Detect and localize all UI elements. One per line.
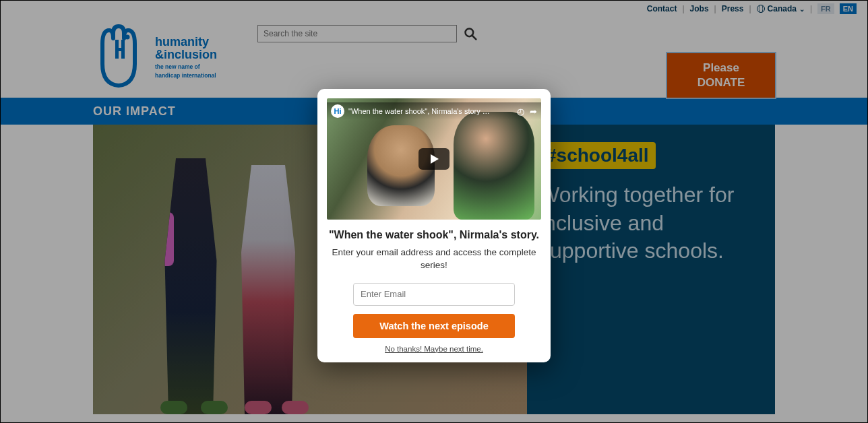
hi-logo-icon: Hi [331,104,344,118]
watch-later-icon[interactable]: ◴ [517,106,524,117]
person-figure [454,112,534,220]
modal-heading: "When the water shook", Nirmala's story. [327,229,541,241]
watch-next-button[interactable]: Watch the next episode [353,314,515,338]
share-icon[interactable]: ➦ [530,106,537,117]
video-header: Hi "When the water shook", Nirmala's sto… [327,102,541,120]
email-field[interactable] [353,283,515,306]
modal-subtext: Enter your email address and access the … [327,247,541,272]
video-title: "When the water shook", Nirmala's story … [348,107,490,115]
video-controls: ◴ ➦ [517,106,537,117]
play-icon[interactable] [418,148,450,170]
dismiss-link[interactable]: No thanks! Maybe next time. [327,345,541,353]
video-modal: Hi "When the water shook", Nirmala's sto… [317,89,551,362]
video-thumbnail[interactable]: Hi "When the water shook", Nirmala's sto… [327,98,541,220]
